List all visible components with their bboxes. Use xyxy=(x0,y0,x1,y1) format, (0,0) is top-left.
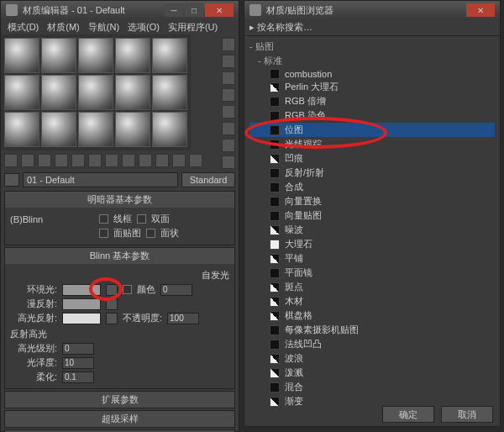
put-to-lib-icon[interactable] xyxy=(105,154,118,167)
menu-utilities[interactable]: 实用程序(U) xyxy=(165,21,221,33)
map-item-RGB 倍增[interactable]: RGB 倍增 xyxy=(249,94,495,108)
get-material-icon[interactable] xyxy=(4,154,18,167)
sample-slot[interactable] xyxy=(4,38,39,73)
sample-slot[interactable] xyxy=(41,75,76,110)
sample-slot[interactable] xyxy=(115,38,150,73)
standard-group[interactable]: - 标准 xyxy=(249,54,495,68)
go-sibling-icon[interactable] xyxy=(189,154,202,167)
select-by-mat-icon[interactable] xyxy=(222,155,235,169)
map-item-向量贴图[interactable]: 向量贴图 xyxy=(249,208,495,223)
two-sided-checkbox[interactable] xyxy=(137,214,146,224)
self-illum-spinner[interactable]: 0 xyxy=(160,284,192,296)
specular-swatch[interactable] xyxy=(62,313,101,324)
sample-slot[interactable] xyxy=(152,112,187,147)
menu-material[interactable]: 材质(M) xyxy=(44,21,83,33)
menu-mode[interactable]: 模式(D) xyxy=(4,21,42,33)
sample-slot[interactable] xyxy=(152,75,187,110)
sample-slot[interactable] xyxy=(115,112,150,147)
menu-options[interactable]: 选项(O) xyxy=(124,21,163,33)
close-button[interactable]: ✕ xyxy=(205,3,234,17)
ok-button[interactable]: 确定 xyxy=(382,406,434,423)
self-illum-checkbox[interactable] xyxy=(123,285,132,294)
map-item-合成[interactable]: 合成 xyxy=(249,180,495,194)
sample-slot[interactable] xyxy=(4,75,39,110)
min-button[interactable]: ─ xyxy=(165,3,183,17)
sample-slot[interactable] xyxy=(78,112,113,147)
show-in-vp-icon[interactable] xyxy=(139,154,152,167)
close-button[interactable]: ✕ xyxy=(466,3,495,17)
map-icon xyxy=(270,297,280,307)
make-unique-icon[interactable] xyxy=(88,154,102,167)
supersampling-rollout[interactable]: 超级采样 xyxy=(4,410,235,428)
map-item-泼溅[interactable]: 泼溅 xyxy=(249,366,495,380)
diffuse-swatch[interactable] xyxy=(62,298,101,310)
map-item-棋盘格[interactable]: 棋盘格 xyxy=(249,308,495,323)
options-icon[interactable] xyxy=(222,139,235,152)
map-item-波浪[interactable]: 波浪 xyxy=(249,351,495,366)
maps-group[interactable]: - 贴图 xyxy=(249,40,495,54)
map-icon xyxy=(270,82,280,92)
video-check-icon[interactable] xyxy=(222,105,235,119)
soften-spinner[interactable]: 0.1 xyxy=(62,371,94,383)
sample-slot[interactable] xyxy=(4,112,39,147)
ambient-lock-icon[interactable] xyxy=(106,284,118,296)
extended-params-rollout[interactable]: 扩展参数 xyxy=(4,391,235,408)
show-end-icon[interactable] xyxy=(155,154,169,167)
reset-icon[interactable] xyxy=(55,154,68,167)
faceted-checkbox[interactable] xyxy=(146,229,155,238)
background-icon[interactable] xyxy=(222,71,235,85)
preview-icon[interactable] xyxy=(222,122,235,135)
map-item-大理石[interactable]: 大理石 xyxy=(249,237,495,251)
map-label: 泼溅 xyxy=(285,366,303,379)
diffuse-map-button[interactable] xyxy=(106,298,118,310)
sample-slot[interactable] xyxy=(41,38,76,73)
cancel-button[interactable]: 取消 xyxy=(441,406,493,423)
map-item-RGB 染色[interactable]: RGB 染色 xyxy=(249,108,495,123)
sample-slot[interactable] xyxy=(78,38,113,73)
shader-dropdown[interactable]: (B)Blinn xyxy=(10,214,94,224)
facemap-checkbox[interactable] xyxy=(99,229,108,238)
go-parent-icon[interactable] xyxy=(172,154,186,167)
map-item-木材[interactable]: 木材 xyxy=(249,294,495,308)
spec-level-spinner[interactable]: 0 xyxy=(62,343,94,355)
map-item-噪波[interactable]: 噪波 xyxy=(249,223,495,237)
map-item-法线凹凸[interactable]: 法线凹凸 xyxy=(249,337,495,351)
map-item-combustion[interactable]: combustion xyxy=(249,68,495,80)
rollout-header[interactable]: Blinn 基本参数 xyxy=(5,248,234,264)
map-item-每像素摄影机贴图[interactable]: 每像素摄影机贴图 xyxy=(249,323,495,337)
max-button[interactable]: □ xyxy=(185,3,203,17)
assign-icon[interactable] xyxy=(38,154,51,167)
map-item-斑点[interactable]: 斑点 xyxy=(249,280,495,294)
map-item-混合[interactable]: 混合 xyxy=(249,380,495,394)
sample-type-icon[interactable] xyxy=(222,38,235,51)
map-item-Perlin 大理石[interactable]: Perlin 大理石 xyxy=(249,80,495,94)
material-name-dropdown[interactable]: 01 - Default xyxy=(23,172,178,187)
map-item-位图[interactable]: 位图 xyxy=(249,123,495,137)
gloss-spinner[interactable]: 10 xyxy=(62,357,94,369)
put-to-scene-icon[interactable] xyxy=(21,154,34,167)
copy-icon[interactable] xyxy=(71,154,85,167)
matid-icon[interactable] xyxy=(122,154,135,167)
pick-icon[interactable] xyxy=(4,173,19,187)
material-type-button[interactable]: Standard xyxy=(181,172,235,187)
menu-nav[interactable]: 导航(N) xyxy=(85,21,123,33)
sample-slot[interactable] xyxy=(152,38,187,73)
sample-slot[interactable] xyxy=(41,112,76,147)
rollout-header[interactable]: 明暗器基本参数 xyxy=(5,192,234,208)
uvtile-icon[interactable] xyxy=(222,88,235,102)
sample-slot[interactable] xyxy=(115,75,150,110)
map-item-反射/折射[interactable]: 反射/折射 xyxy=(249,166,495,180)
browser-search[interactable]: ▸ 按名称搜索… xyxy=(244,19,500,36)
specular-map-button[interactable] xyxy=(106,313,118,324)
opacity-spinner[interactable]: 100 xyxy=(167,313,199,324)
map-item-向量置换[interactable]: 向量置换 xyxy=(249,194,495,208)
map-item-凹痕[interactable]: 凹痕 xyxy=(249,151,495,166)
sample-slot[interactable] xyxy=(78,75,113,110)
map-item-平面镜[interactable]: 平面镜 xyxy=(249,266,495,280)
wire-checkbox[interactable] xyxy=(99,214,108,224)
map-label: 渐变 xyxy=(285,395,303,408)
map-item-光线跟踪[interactable]: 光线跟踪 xyxy=(249,137,495,151)
ambient-swatch[interactable] xyxy=(62,284,101,296)
backlight-icon[interactable] xyxy=(222,55,235,68)
map-item-平铺[interactable]: 平铺 xyxy=(249,251,495,266)
